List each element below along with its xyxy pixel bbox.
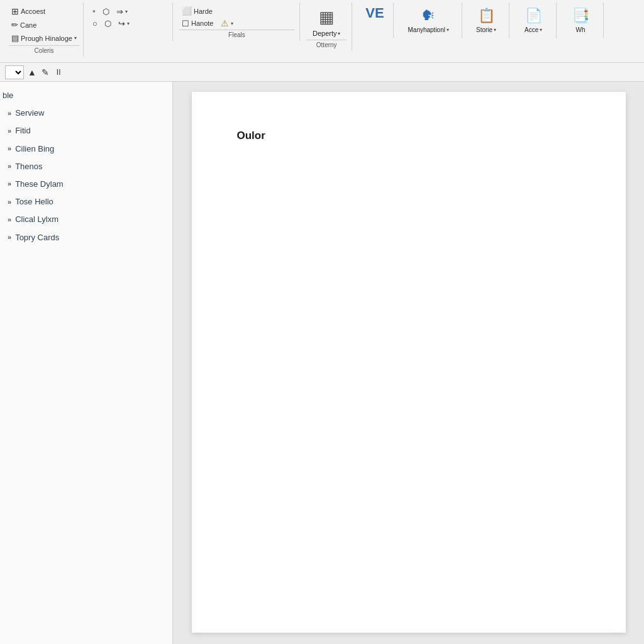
nav-item-clical-lylxm[interactable]: » Clical Lylxm	[0, 211, 172, 228]
table-icon: ⊞	[11, 6, 19, 16]
acce-button[interactable]: 📄 Acce ▾	[517, 5, 550, 36]
manyhaptionl-icon: 🗣	[421, 8, 435, 24]
manyhaptionl-group: 🗣 Manyhaptionl ▾	[395, 3, 462, 38]
deperty-button[interactable]: ▦ Deperty ▾	[306, 5, 347, 40]
fleals-row-1: ⬜ Harde	[179, 5, 294, 17]
document-page: Oulor	[192, 92, 626, 633]
wh-group: 📑 Wh	[558, 3, 604, 38]
nav-item-fitid[interactable]: » Fitid	[0, 122, 172, 140]
nav-item-tose-hello[interactable]: » Tose Hello	[0, 193, 172, 211]
deperty-arrow: ▾	[338, 31, 340, 36]
nav-label-thenos: Thenos	[15, 161, 42, 172]
manyhaptionl-label: Manyhaptionl	[408, 26, 445, 33]
shape-icon-1: ⬡	[103, 7, 109, 16]
coleris-group: ⊞ Accoest ✏ Cane ▤ Prough Hinaloge ▾ Col…	[5, 3, 84, 57]
partial-text: ble	[3, 90, 13, 101]
accoest-row: ⊞ Accoest	[9, 5, 79, 18]
color-btn-5[interactable]: ⬡	[102, 18, 114, 30]
color-btn-3[interactable]: ⇒ ▾	[114, 6, 130, 18]
nav-label-topry-cards: Topry Cards	[15, 232, 59, 243]
manyhaptionl-button[interactable]: 🗣 Manyhaptionl ▾	[401, 5, 455, 36]
nav-label-tose-hello: Tose Hello	[15, 196, 53, 208]
ve-group: VE	[356, 3, 394, 38]
color-btn-4[interactable]: ○	[90, 18, 100, 30]
storie-button[interactable]: 📋 Storie ▾	[470, 5, 502, 36]
fleals-label: Fleals	[179, 30, 294, 38]
nav-arrow-cilien-bing: »	[8, 144, 11, 153]
nav-label-clical-lylxm: Clical Lylxm	[15, 214, 58, 225]
right-groups: VE 🗣 Manyhaptionl ▾ 📋 Storie ▾	[356, 3, 604, 38]
dropdown-icon: ▤	[11, 33, 19, 43]
main-area: ble » Serview » Fitid » Cilien Bing » Th…	[0, 82, 644, 644]
dot-icon-1: •	[92, 6, 96, 16]
otterny-label: Otterny	[306, 40, 347, 48]
harde-button[interactable]: ⬜ Harde	[179, 5, 215, 17]
warning-button[interactable]: ⚠ ▾	[218, 17, 236, 30]
acce-label: Acce	[525, 26, 538, 33]
hex-icon: ⬡	[104, 19, 111, 28]
harde-label: Harde	[194, 8, 213, 15]
toolbar-edit-btn[interactable]: ✎	[40, 66, 50, 79]
ribbon: ⊞ Accoest ✏ Cane ▤ Prough Hinaloge ▾ Col…	[0, 0, 644, 63]
storie-label: Storie	[476, 26, 492, 33]
toolbar-dropdown[interactable]	[5, 65, 24, 79]
cane-row: ✏ Cane	[9, 19, 79, 31]
nav-label-serview: Serview	[15, 108, 44, 119]
hanote-button[interactable]: ☐ Hanote	[179, 18, 216, 30]
acce-arrow: ▾	[540, 27, 542, 33]
warning-icon: ⚠	[221, 18, 229, 28]
nav-label-these-dylam: These Dylam	[15, 179, 64, 190]
dropdown-arrow-colors: ▾	[125, 9, 128, 14]
toolbar-strip: ▲ ✎ II	[0, 63, 644, 82]
hanote-icon: ☐	[182, 19, 189, 28]
colors-group: • ⬡ ⇒ ▾ ○ ⬡ ↪ ▾	[85, 3, 173, 41]
nav-arrow-tose-hello: »	[8, 197, 11, 207]
doc-heading: Oulor	[237, 130, 580, 142]
fleals-group: ⬜ Harde ☐ Hanote ⚠ ▾ Fleals	[174, 3, 300, 41]
eraser-icon: ⬜	[182, 6, 192, 16]
prough-label: Prough Hinaloge	[21, 35, 72, 42]
wh-label: Wh	[576, 26, 586, 33]
ve-icon: VE	[365, 5, 384, 21]
nav-item-serview[interactable]: » Serview	[0, 104, 172, 122]
hanote-label: Hanote	[191, 19, 213, 27]
storie-icon: 📋	[478, 8, 495, 24]
nav-item-topry-cards[interactable]: » Topry Cards	[0, 229, 172, 247]
nav-arrow-topry-cards: »	[8, 233, 11, 242]
forward-icon: ↪	[118, 19, 125, 28]
layout-icon: ▦	[319, 8, 335, 27]
color-btn-1[interactable]: •	[90, 5, 98, 18]
nav-item-these-dylam[interactable]: » These Dylam	[0, 175, 172, 193]
left-panel: ble » Serview » Fitid » Cilien Bing » Th…	[0, 82, 173, 644]
nav-arrow-serview: »	[8, 109, 11, 118]
right-panel: Oulor	[173, 82, 644, 644]
accoest-button[interactable]: ⊞ Accoest	[9, 5, 48, 18]
color-btn-6[interactable]: ↪ ▾	[116, 18, 132, 30]
nav-item-cilien-bing[interactable]: » Cilien Bing	[0, 140, 172, 158]
wh-button[interactable]: 📑 Wh	[564, 5, 597, 36]
nav-arrow-fitid: »	[8, 126, 11, 136]
nav-label-cilien-bing: Cilien Bing	[15, 143, 54, 155]
nav-arrow-these-dylam: »	[8, 179, 11, 189]
nav-item-thenos[interactable]: » Thenos	[0, 158, 172, 175]
cane-label: Cane	[20, 21, 36, 29]
cane-button[interactable]: ✏ Cane	[9, 19, 39, 31]
acce-icon: 📄	[525, 8, 542, 24]
nav-label-fitid: Fitid	[15, 125, 31, 136]
prough-arrow: ▾	[74, 35, 77, 41]
nav-arrow-thenos: »	[8, 162, 11, 171]
storie-arrow: ▾	[494, 27, 496, 33]
ribbon-top: ⊞ Accoest ✏ Cane ▤ Prough Hinaloge ▾ Col…	[5, 3, 639, 62]
pencil-icon: ✏	[11, 20, 18, 30]
nav-arrow-clical-lylxm: »	[8, 215, 11, 225]
otterny-group: ▦ Deperty ▾ Otterny	[301, 3, 353, 51]
toolbar-text-ii: II	[53, 68, 65, 77]
deperty-label: Deperty	[313, 30, 337, 37]
nav-partial-label: ble	[0, 87, 172, 104]
color-btn-2[interactable]: ⬡	[100, 6, 112, 18]
manyhaptionl-arrow: ▾	[447, 27, 449, 33]
prough-button[interactable]: ▤ Prough Hinaloge ▾	[9, 32, 79, 44]
wh-icon: 📑	[572, 8, 589, 24]
accoest-label: Accoest	[21, 8, 45, 15]
toolbar-triangle-btn[interactable]: ▲	[26, 66, 38, 79]
